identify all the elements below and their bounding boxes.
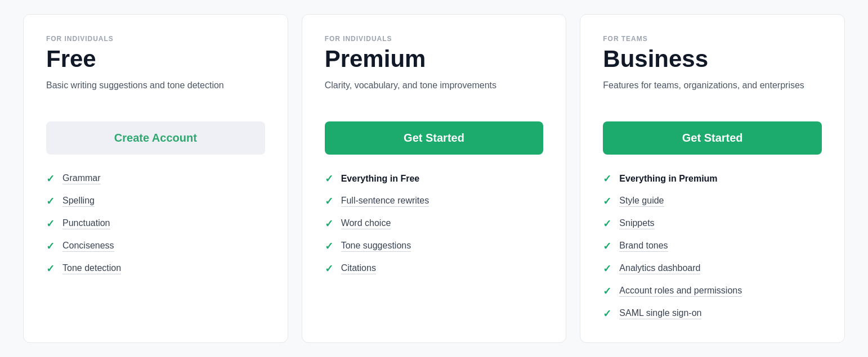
check-icon: ✓	[603, 308, 611, 320]
free-cta-button[interactable]: Create Account	[46, 121, 265, 155]
plan-description: Features for teams, organizations, and e…	[603, 79, 822, 106]
feature-text: Account roles and permissions	[619, 286, 742, 297]
plan-name: Premium	[325, 46, 544, 72]
feature-text: Tone detection	[62, 263, 121, 274]
feature-item: ✓Grammar	[46, 173, 265, 185]
feature-item: ✓Account roles and permissions	[603, 285, 822, 297]
feature-item: ✓Style guide	[603, 195, 822, 207]
plan-audience-label: FOR INDIVIDUALS	[325, 35, 544, 43]
feature-text: Tone suggestions	[341, 241, 411, 252]
check-icon: ✓	[46, 240, 55, 252]
check-icon: ✓	[603, 173, 611, 185]
features-list: ✓Everything in Premium✓Style guide✓Snipp…	[603, 173, 822, 320]
feature-item: ✓Conciseness	[46, 240, 265, 252]
plan-name: Free	[46, 46, 265, 72]
check-icon: ✓	[603, 263, 611, 275]
check-icon: ✓	[46, 173, 55, 185]
feature-text: SAML single sign-on	[619, 308, 701, 319]
feature-item: ✓Analytics dashboard	[603, 263, 822, 275]
feature-text: Everything in Free	[341, 174, 420, 184]
feature-item: ✓Everything in Premium	[603, 173, 822, 185]
features-list: ✓Grammar✓Spelling✓Punctuation✓Concisenes…	[46, 173, 265, 275]
plan-audience-label: FOR INDIVIDUALS	[46, 35, 265, 43]
plan-description: Basic writing suggestions and tone detec…	[46, 79, 265, 106]
pricing-container: FOR INDIVIDUALSFreeBasic writing suggest…	[23, 14, 845, 343]
features-list: ✓Everything in Free✓Full-sentence rewrit…	[325, 173, 544, 275]
feature-text: Analytics dashboard	[619, 263, 700, 274]
feature-text: Snippets	[619, 218, 654, 229]
plan-audience-label: FOR TEAMS	[603, 35, 822, 43]
check-icon: ✓	[46, 218, 55, 230]
check-icon: ✓	[325, 195, 333, 207]
plan-name: Business	[603, 46, 822, 72]
business-cta-button[interactable]: Get Started	[603, 121, 822, 155]
feature-item: ✓Spelling	[46, 195, 265, 207]
feature-text: Brand tones	[619, 241, 668, 252]
feature-item: ✓Tone detection	[46, 263, 265, 275]
feature-text: Style guide	[619, 196, 664, 207]
check-icon: ✓	[46, 263, 55, 275]
feature-item: ✓Snippets	[603, 218, 822, 230]
feature-item: ✓SAML single sign-on	[603, 308, 822, 320]
feature-item: ✓Citations	[325, 263, 544, 275]
plan-description: Clarity, vocabulary, and tone improvemen…	[325, 79, 544, 106]
feature-item: ✓Tone suggestions	[325, 240, 544, 252]
pricing-card-premium: FOR INDIVIDUALSPremiumClarity, vocabular…	[302, 14, 567, 343]
check-icon: ✓	[603, 195, 611, 207]
check-icon: ✓	[325, 218, 333, 230]
check-icon: ✓	[325, 263, 333, 275]
feature-item: ✓Full-sentence rewrites	[325, 195, 544, 207]
check-icon: ✓	[325, 240, 333, 252]
check-icon: ✓	[325, 173, 333, 185]
check-icon: ✓	[603, 285, 611, 297]
pricing-card-business: FOR TEAMSBusinessFeatures for teams, org…	[580, 14, 845, 343]
premium-cta-button[interactable]: Get Started	[325, 121, 544, 155]
feature-text: Word choice	[341, 218, 391, 229]
feature-text: Conciseness	[62, 241, 114, 252]
feature-text: Spelling	[62, 196, 95, 207]
feature-item: ✓Word choice	[325, 218, 544, 230]
feature-text: Punctuation	[62, 218, 110, 229]
check-icon: ✓	[603, 218, 611, 230]
feature-item: ✓Brand tones	[603, 240, 822, 252]
feature-item: ✓Punctuation	[46, 218, 265, 230]
check-icon: ✓	[603, 240, 611, 252]
feature-text: Citations	[341, 263, 376, 274]
feature-item: ✓Everything in Free	[325, 173, 544, 185]
check-icon: ✓	[46, 195, 55, 207]
feature-text: Full-sentence rewrites	[341, 196, 429, 207]
feature-text: Grammar	[62, 173, 101, 184]
feature-text: Everything in Premium	[619, 174, 717, 184]
pricing-card-free: FOR INDIVIDUALSFreeBasic writing suggest…	[23, 14, 288, 343]
